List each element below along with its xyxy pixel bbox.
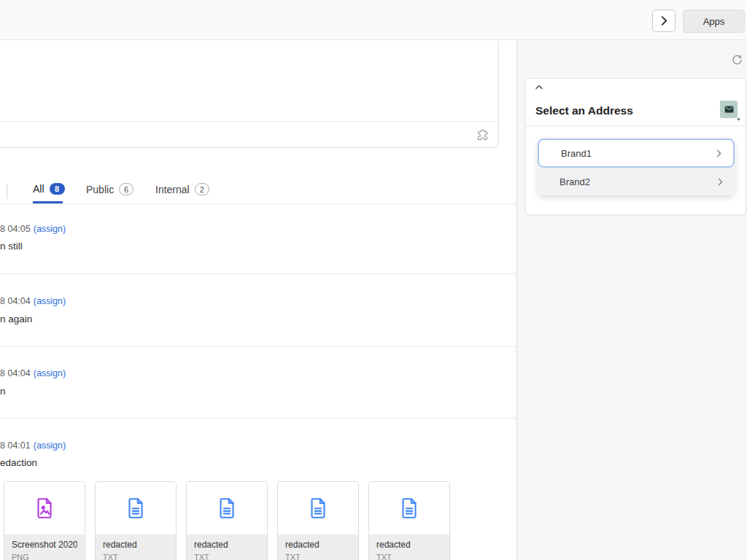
assign-link[interactable]: (assign) <box>34 224 66 234</box>
select-address-card: Select an Address Brand1 Bra <box>525 78 746 215</box>
attachment-type: PNG <box>12 553 77 560</box>
chevron-right-icon <box>661 16 667 26</box>
attachment-name: redacted <box>103 540 169 550</box>
apps-button-label: Apps <box>703 16 725 27</box>
conversation-timestamp: 8 04:01(assign) <box>0 440 66 451</box>
address-dropdown: Brand1 Brand2 <box>538 139 735 195</box>
attachment-list: Screenshot 2020-… PNG redacted TXT <box>4 481 450 560</box>
tab-public-count-badge: 6 <box>119 183 133 195</box>
row-separator <box>0 273 516 274</box>
attachment-card[interactable]: Screenshot 2020-… PNG <box>4 481 85 560</box>
apps-side-panel: Select an Address Brand1 Bra <box>517 40 747 560</box>
reply-editor-card <box>0 41 499 148</box>
tabbar-bottom-border <box>0 203 516 204</box>
row-separator <box>0 418 516 419</box>
conversation-body: edaction <box>0 457 37 468</box>
conversation-timestamp: 8 04:04(assign) <box>0 296 66 306</box>
attachment-type: TXT <box>194 553 260 560</box>
address-option-brand1[interactable]: Brand1 <box>538 139 735 168</box>
row-separator <box>0 346 516 347</box>
assign-link[interactable]: (assign) <box>34 440 66 451</box>
tab-public[interactable]: Public 6 <box>86 183 133 195</box>
attachment-type: TXT <box>285 553 351 560</box>
tab-all-label: All <box>33 183 44 195</box>
tabbar-left-divider <box>7 184 7 199</box>
tab-all[interactable]: All 8 <box>33 183 65 195</box>
attachment-type: TXT <box>376 553 442 560</box>
puzzle-apps-icon[interactable] <box>476 128 489 141</box>
conversation-body: n <box>0 386 6 397</box>
attachment-name: redacted <box>285 540 351 550</box>
timestamp-text: 8 04:04 <box>0 368 31 378</box>
apps-button[interactable]: Apps <box>683 9 745 33</box>
text-file-icon <box>214 496 239 521</box>
collapse-panel-button[interactable] <box>652 9 676 32</box>
badge-corner-dot <box>738 118 740 120</box>
image-file-icon <box>32 496 57 521</box>
tab-public-label: Public <box>86 184 114 195</box>
conversation-body: n again <box>0 314 32 324</box>
tab-internal-count-badge: 2 <box>195 183 209 195</box>
editor-toolbar <box>0 121 498 147</box>
attachment-card[interactable]: redacted TXT <box>277 481 359 560</box>
chevron-up-icon <box>535 85 546 90</box>
envelope-icon <box>724 106 734 113</box>
chevron-right-icon <box>718 178 723 186</box>
refresh-button[interactable] <box>729 52 744 67</box>
timestamp-text: 8 04:05 <box>0 224 31 234</box>
dotted-separator <box>526 125 746 126</box>
attachment-name: Screenshot 2020-… <box>12 540 77 550</box>
tab-internal[interactable]: Internal 2 <box>155 183 209 195</box>
text-file-icon <box>306 496 330 521</box>
assign-link[interactable]: (assign) <box>34 368 66 378</box>
collapse-card-button[interactable] <box>535 85 546 93</box>
attachment-name: redacted <box>376 540 442 550</box>
attachment-card[interactable]: redacted TXT <box>95 481 177 560</box>
address-card-header: Select an Address <box>535 101 738 118</box>
attachment-type: TXT <box>103 553 169 560</box>
text-file-icon <box>397 496 422 521</box>
assign-link[interactable]: (assign) <box>34 296 66 306</box>
conversation-timestamp: 8 04:05(assign) <box>0 224 66 234</box>
attachment-name: redacted <box>194 540 260 550</box>
attachment-card[interactable]: redacted TXT <box>186 481 268 560</box>
timestamp-text: 8 04:01 <box>0 440 31 451</box>
address-option-brand2[interactable]: Brand2 <box>538 168 735 195</box>
conversation-timestamp: 8 04:04(assign) <box>0 368 66 378</box>
refresh-icon <box>731 54 743 66</box>
tab-internal-label: Internal <box>155 184 190 195</box>
address-option-label: Brand1 <box>561 148 592 159</box>
text-file-icon <box>123 496 148 521</box>
conversation-body: n still <box>0 241 23 252</box>
top-bar: Apps <box>0 0 747 40</box>
mail-app-badge[interactable] <box>720 101 738 118</box>
tab-all-count-badge: 8 <box>50 183 65 195</box>
chevron-right-icon <box>716 149 721 158</box>
address-option-label: Brand2 <box>560 176 590 187</box>
timestamp-text: 8 04:04 <box>0 296 31 306</box>
attachment-card[interactable]: redacted TXT <box>368 481 450 560</box>
address-card-title: Select an Address <box>535 101 633 117</box>
